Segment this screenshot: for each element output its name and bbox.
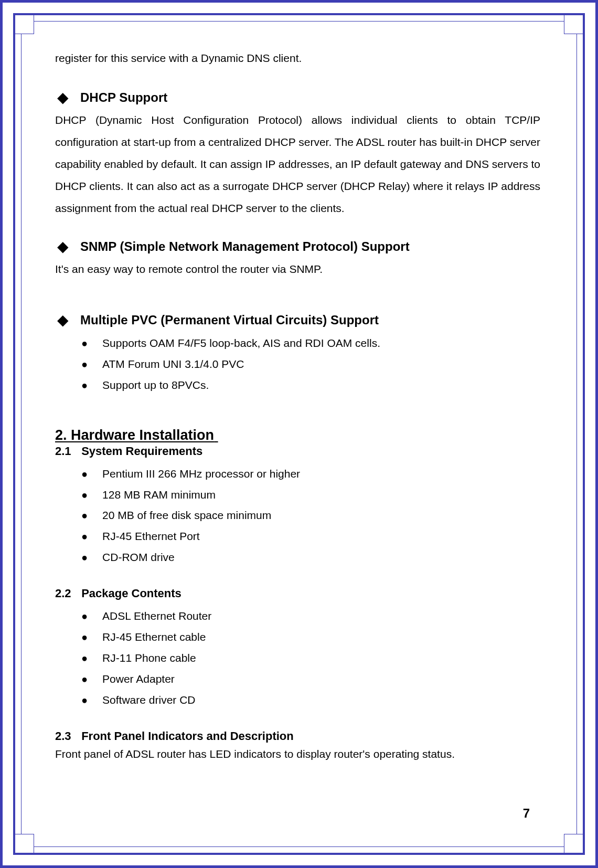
bullet-icon: ● [81,632,88,642]
list-item: ●20 MB of free disk space minimum [55,505,540,526]
subsection-body: Front panel of ADSL router has LED indic… [55,743,540,765]
list-item: ●CD-ROM drive [55,547,540,568]
subsection-2-2: 2.2 Package Contents [55,587,540,600]
section-title: 2. Hardware Installation [55,427,540,443]
subsection-num: 2.2 [55,587,78,600]
bullet-text: Software driver CD [102,690,195,711]
list-item: ●RJ-11 Phone cable [55,648,540,669]
list-item: ●ATM Forum UNI 3.1/4.0 PVC [55,354,540,375]
feature-title: Multiple PVC (Permanent Virtual Circuits… [80,313,379,327]
bullet-icon: ● [81,380,88,390]
bullet-icon: ● [81,338,88,348]
list-item: ●128 MB RAM minimum [55,484,540,505]
requirements-list: ●Pentium III 266 MHz processor or higher… [55,463,540,568]
bullet-icon: ● [81,359,88,369]
bullet-text: Power Adapter [102,669,175,690]
page-number: 7 [523,806,530,821]
bullet-icon: ● [81,531,88,542]
feature-body: It's an easy way to remote control the r… [55,258,540,280]
subsection-label: Front Panel Indicators and Description [81,729,294,743]
bullet-text: 20 MB of free disk space minimum [102,505,271,526]
list-item: ●RJ-45 Ethernet cable [55,627,540,648]
bullet-icon: ● [81,490,88,500]
list-item: ●Pentium III 266 MHz processor or higher [55,463,540,484]
list-item: ●Support up to 8PVCs. [55,375,540,396]
page-content: register for this service with a Dynamic… [55,47,540,821]
bullet-text: CD-ROM drive [102,547,175,568]
bullet-icon: ● [81,552,88,563]
subsection-2-1: 2.1 System Requirements [55,444,540,458]
subsection-label: Package Contents [81,587,181,600]
list-item: ●ADSL Ethernet Router [55,606,540,627]
bullet-text: ADSL Ethernet Router [102,606,211,627]
bullet-text: Pentium III 266 MHz processor or higher [102,463,300,484]
feature-snmp: ◆ SNMP (Simple Network Management Protoc… [55,239,540,254]
bullet-icon: ● [81,469,88,479]
feature-body: DHCP (Dynamic Host Configuration Protoco… [55,109,540,219]
feature-dhcp: ◆ DHCP Support [55,90,540,105]
bullet-text: 128 MB RAM minimum [102,484,216,505]
list-item: ●Supports OAM F4/F5 loop-back, AIS and R… [55,333,540,354]
bullet-icon: ● [81,674,88,684]
diamond-icon: ◆ [57,239,69,254]
subsection-num: 2.3 [55,729,78,743]
bullet-icon: ● [81,611,88,621]
carryover-text: register for this service with a Dynamic… [55,47,540,69]
bullet-text: RJ-45 Ethernet Port [102,526,200,547]
subsection-label: System Requirements [81,444,202,458]
bullet-icon: ● [81,653,88,663]
diamond-icon: ◆ [57,313,69,327]
section-title-text: 2. Hardware Installation [55,427,214,443]
bullet-text: Support up to 8PVCs. [102,375,209,396]
feature-pvc: ◆ Multiple PVC (Permanent Virtual Circui… [55,313,540,327]
subsection-2-3: 2.3 Front Panel Indicators and Descripti… [55,729,540,743]
bullet-icon: ● [81,510,88,521]
feature-title: SNMP (Simple Network Management Protocol… [80,239,410,254]
bullet-text: RJ-45 Ethernet cable [102,627,206,648]
bullet-text: Supports OAM F4/F5 loop-back, AIS and RD… [102,333,380,354]
pvc-bullets: ●Supports OAM F4/F5 loop-back, AIS and R… [55,333,540,396]
feature-title: DHCP Support [80,90,167,105]
bullet-text: RJ-11 Phone cable [102,648,196,669]
package-list: ●ADSL Ethernet Router ●RJ-45 Ethernet ca… [55,606,540,710]
bullet-text: ATM Forum UNI 3.1/4.0 PVC [102,354,244,375]
subsection-num: 2.1 [55,444,78,458]
diamond-icon: ◆ [57,90,69,105]
list-item: ●RJ-45 Ethernet Port [55,526,540,547]
list-item: ●Power Adapter [55,669,540,690]
bullet-icon: ● [81,695,88,705]
list-item: ●Software driver CD [55,690,540,711]
